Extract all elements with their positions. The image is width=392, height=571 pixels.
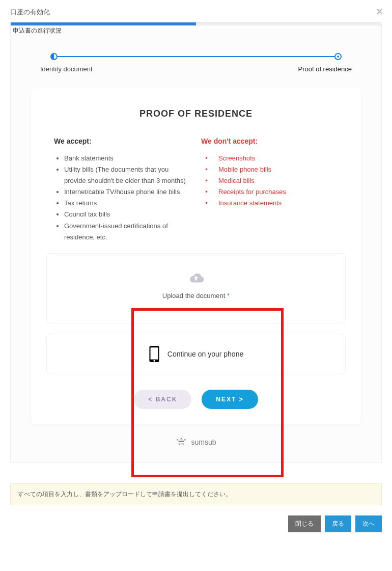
list-item: Council tax bills: [64, 209, 191, 220]
accept-column: We accept: Bank statements Utility bills…: [54, 137, 191, 243]
cloud-upload-icon: [187, 271, 205, 285]
outer-card: 申込書の進行状況 Identity document Proof of resi…: [10, 22, 382, 463]
step-line: [54, 56, 338, 57]
button-row: < BACK NEXT >: [46, 390, 346, 409]
columns: We accept: Bank statements Utility bills…: [46, 137, 346, 243]
svg-point-2: [153, 360, 155, 361]
footer-close-button[interactable]: 閉じる: [288, 515, 321, 532]
list-item: Mobile phone bills: [211, 164, 338, 175]
list-item: Receipts for purchases: [211, 186, 338, 198]
close-icon[interactable]: ×: [376, 5, 383, 18]
list-item: Insurance statements: [211, 198, 338, 209]
reject-list: Screenshots Mobile phone bills Medical b…: [201, 153, 338, 209]
step-dot-residence: [334, 53, 342, 60]
list-item: Government-issued certifications of resi…: [64, 221, 191, 243]
step-track: [54, 53, 338, 60]
svg-point-4: [184, 439, 186, 441]
progress-bar: [11, 22, 381, 25]
list-item: Medical bills: [211, 175, 338, 186]
svg-rect-1: [150, 347, 158, 359]
modal-title: 口座の有効化: [10, 8, 382, 17]
phone-icon: [149, 345, 160, 363]
info-banner: すべての項目を入力し、書類をアップロードして申請書を提出してください。: [10, 483, 382, 505]
sumsub-logo-icon: [176, 437, 187, 447]
upload-label: Upload the document *: [162, 292, 230, 300]
back-button[interactable]: < BACK: [134, 390, 191, 409]
accept-header: We accept:: [54, 137, 191, 145]
list-item: Screenshots: [211, 153, 338, 164]
upload-box[interactable]: Upload the document *: [46, 253, 346, 323]
footer-back-button[interactable]: 戻る: [325, 515, 351, 532]
modal-root: 口座の有効化 × 申込書の進行状況 Identity document Proo…: [0, 0, 392, 473]
list-item: Internet/cable TV/house phone line bills: [64, 186, 191, 198]
sub-title: 申込書の進行状況: [11, 25, 381, 35]
logo-row: sumsub: [31, 437, 361, 447]
list-item: Utility bills (The documents that you pr…: [64, 164, 191, 186]
phone-label: Continue on your phone: [167, 350, 243, 358]
footer-next-button[interactable]: 次へ: [355, 515, 382, 532]
step-dot-identity: [50, 53, 58, 60]
phone-box[interactable]: Continue on your phone: [46, 334, 346, 374]
step-label-identity: Identity document: [40, 65, 93, 73]
footer-buttons: 閉じる 戻る 次へ: [0, 515, 392, 542]
reject-header: We don't accept:: [201, 137, 338, 145]
accept-list: Bank statements Utility bills (The docum…: [54, 153, 191, 243]
progress-fill: [11, 22, 196, 25]
step-label-residence: Proof of residence: [298, 65, 352, 73]
svg-point-3: [177, 439, 179, 441]
inner-card: PROOF OF RESIDENCE We accept: Bank state…: [31, 88, 361, 424]
list-item: Tax returns: [64, 198, 191, 209]
step-labels: Identity document Proof of residence: [40, 65, 352, 73]
list-item: Bank statements: [64, 153, 191, 164]
logo-text: sumsub: [191, 438, 216, 446]
next-button[interactable]: NEXT >: [202, 390, 258, 409]
reject-column: We don't accept: Screenshots Mobile phon…: [201, 137, 338, 243]
section-title: PROOF OF RESIDENCE: [46, 108, 346, 119]
content-area: Identity document Proof of residence PRO…: [11, 35, 381, 463]
